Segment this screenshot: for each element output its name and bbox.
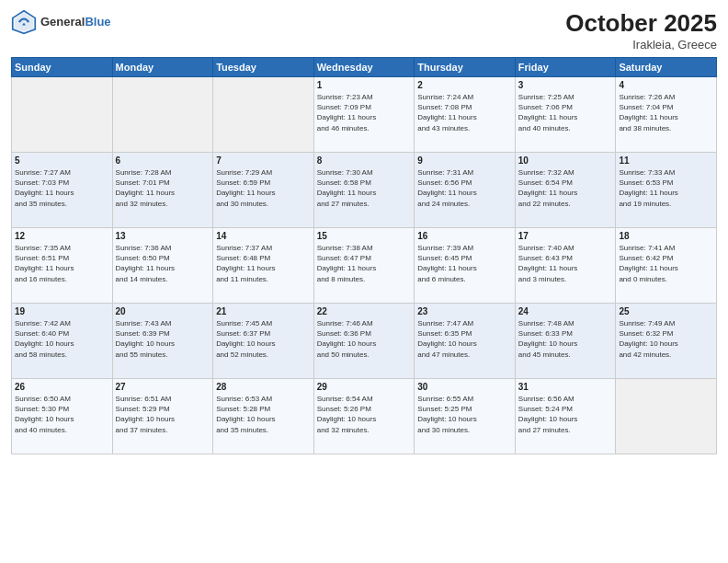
title-block: October 2025 Irakleia, Greece bbox=[565, 9, 717, 52]
calendar-cell: 15Sunrise: 7:38 AM Sunset: 6:47 PM Dayli… bbox=[313, 228, 415, 304]
day-info: Sunrise: 7:48 AM Sunset: 6:33 PM Dayligh… bbox=[518, 318, 613, 360]
calendar-cell: 8Sunrise: 7:30 AM Sunset: 6:58 PM Daylig… bbox=[313, 153, 415, 228]
day-number: 8 bbox=[317, 155, 412, 166]
day-info: Sunrise: 7:40 AM Sunset: 6:43 PM Dayligh… bbox=[518, 243, 613, 284]
calendar-table: Sunday Monday Tuesday Wednesday Thursday… bbox=[11, 57, 717, 454]
day-info: Sunrise: 6:54 AM Sunset: 5:26 PM Dayligh… bbox=[317, 394, 412, 435]
day-info: Sunrise: 6:55 AM Sunset: 5:25 PM Dayligh… bbox=[417, 394, 512, 435]
day-info: Sunrise: 7:26 AM Sunset: 7:04 PM Dayligh… bbox=[619, 92, 713, 133]
calendar-cell: 9Sunrise: 7:31 AM Sunset: 6:56 PM Daylig… bbox=[415, 153, 516, 228]
header-row: Sunday Monday Tuesday Wednesday Thursday… bbox=[12, 58, 717, 77]
day-info: Sunrise: 7:45 AM Sunset: 6:37 PM Dayligh… bbox=[216, 318, 311, 360]
calendar-week-1: 1Sunrise: 7:23 AM Sunset: 7:09 PM Daylig… bbox=[12, 77, 717, 153]
day-number: 1 bbox=[317, 80, 412, 90]
day-info: Sunrise: 7:30 AM Sunset: 6:58 PM Dayligh… bbox=[317, 167, 412, 209]
logo-blue-text: Blue bbox=[85, 15, 110, 29]
calendar-cell: 20Sunrise: 7:43 AM Sunset: 6:39 PM Dayli… bbox=[112, 304, 213, 379]
day-number: 10 bbox=[518, 155, 613, 166]
calendar-cell: 13Sunrise: 7:36 AM Sunset: 6:50 PM Dayli… bbox=[112, 228, 213, 304]
day-info: Sunrise: 7:46 AM Sunset: 6:36 PM Dayligh… bbox=[317, 318, 412, 360]
col-tuesday: Tuesday bbox=[213, 58, 314, 77]
day-number: 5 bbox=[15, 155, 109, 166]
calendar-cell: 26Sunrise: 6:50 AM Sunset: 5:30 PM Dayli… bbox=[12, 379, 113, 454]
day-number: 24 bbox=[518, 306, 613, 316]
day-number: 7 bbox=[216, 155, 311, 166]
col-sunday: Sunday bbox=[12, 58, 113, 77]
day-number: 16 bbox=[417, 231, 512, 241]
calendar-cell: 22Sunrise: 7:46 AM Sunset: 6:36 PM Dayli… bbox=[313, 304, 415, 379]
day-number: 21 bbox=[216, 306, 311, 316]
day-info: Sunrise: 7:43 AM Sunset: 6:39 PM Dayligh… bbox=[116, 318, 210, 360]
calendar-cell: 6Sunrise: 7:28 AM Sunset: 7:01 PM Daylig… bbox=[112, 153, 213, 228]
day-info: Sunrise: 7:37 AM Sunset: 6:48 PM Dayligh… bbox=[216, 243, 311, 284]
calendar-cell bbox=[112, 77, 213, 153]
day-info: Sunrise: 6:56 AM Sunset: 5:24 PM Dayligh… bbox=[518, 394, 613, 435]
day-info: Sunrise: 7:39 AM Sunset: 6:45 PM Dayligh… bbox=[417, 243, 512, 284]
calendar-cell: 23Sunrise: 7:47 AM Sunset: 6:35 PM Dayli… bbox=[415, 304, 516, 379]
day-info: Sunrise: 7:32 AM Sunset: 6:54 PM Dayligh… bbox=[518, 167, 613, 209]
calendar-cell: 11Sunrise: 7:33 AM Sunset: 6:53 PM Dayli… bbox=[616, 153, 717, 228]
day-number: 3 bbox=[518, 80, 613, 90]
calendar-cell: 10Sunrise: 7:32 AM Sunset: 6:54 PM Dayli… bbox=[515, 153, 616, 228]
calendar-cell: 28Sunrise: 6:53 AM Sunset: 5:28 PM Dayli… bbox=[213, 379, 314, 454]
calendar-cell: 2Sunrise: 7:24 AM Sunset: 7:08 PM Daylig… bbox=[415, 77, 516, 153]
calendar-cell bbox=[12, 77, 113, 153]
day-number: 23 bbox=[417, 306, 512, 316]
day-number: 2 bbox=[417, 80, 512, 90]
calendar-cell: 25Sunrise: 7:49 AM Sunset: 6:32 PM Dayli… bbox=[616, 304, 717, 379]
col-friday: Friday bbox=[515, 58, 616, 77]
col-wednesday: Wednesday bbox=[313, 58, 415, 77]
calendar-cell: 14Sunrise: 7:37 AM Sunset: 6:48 PM Dayli… bbox=[213, 228, 314, 304]
day-number: 9 bbox=[417, 155, 512, 166]
day-number: 28 bbox=[216, 382, 311, 392]
day-number: 15 bbox=[317, 231, 412, 241]
day-info: Sunrise: 7:47 AM Sunset: 6:35 PM Dayligh… bbox=[417, 318, 512, 360]
day-number: 27 bbox=[116, 382, 210, 392]
day-number: 31 bbox=[518, 382, 613, 392]
day-info: Sunrise: 7:24 AM Sunset: 7:08 PM Dayligh… bbox=[417, 92, 512, 133]
logo-text: GeneralBlue bbox=[40, 15, 111, 29]
col-thursday: Thursday bbox=[415, 58, 516, 77]
logo-general-text: General bbox=[40, 15, 85, 29]
col-saturday: Saturday bbox=[616, 58, 717, 77]
calendar-cell: 1Sunrise: 7:23 AM Sunset: 7:09 PM Daylig… bbox=[313, 77, 415, 153]
header: GeneralBlue October 2025 Irakleia, Greec… bbox=[11, 9, 717, 52]
day-number: 18 bbox=[619, 231, 713, 241]
day-number: 12 bbox=[15, 231, 109, 241]
day-number: 17 bbox=[518, 231, 613, 241]
calendar-cell: 21Sunrise: 7:45 AM Sunset: 6:37 PM Dayli… bbox=[213, 304, 314, 379]
calendar-cell: 19Sunrise: 7:42 AM Sunset: 6:40 PM Dayli… bbox=[12, 304, 113, 379]
day-number: 30 bbox=[417, 382, 512, 392]
day-info: Sunrise: 7:38 AM Sunset: 6:47 PM Dayligh… bbox=[317, 243, 412, 284]
day-number: 13 bbox=[116, 231, 210, 241]
day-number: 19 bbox=[15, 306, 109, 316]
day-info: Sunrise: 6:51 AM Sunset: 5:29 PM Dayligh… bbox=[116, 394, 210, 435]
day-number: 25 bbox=[619, 306, 713, 316]
calendar-cell: 29Sunrise: 6:54 AM Sunset: 5:26 PM Dayli… bbox=[313, 379, 415, 454]
col-monday: Monday bbox=[112, 58, 213, 77]
day-info: Sunrise: 7:36 AM Sunset: 6:50 PM Dayligh… bbox=[116, 243, 210, 284]
calendar-cell: 31Sunrise: 6:56 AM Sunset: 5:24 PM Dayli… bbox=[515, 379, 616, 454]
day-number: 20 bbox=[116, 306, 210, 316]
day-number: 4 bbox=[619, 80, 713, 90]
day-info: Sunrise: 7:31 AM Sunset: 6:56 PM Dayligh… bbox=[417, 167, 512, 209]
calendar-cell: 12Sunrise: 7:35 AM Sunset: 6:51 PM Dayli… bbox=[12, 228, 113, 304]
day-number: 29 bbox=[317, 382, 412, 392]
calendar-week-3: 12Sunrise: 7:35 AM Sunset: 6:51 PM Dayli… bbox=[12, 228, 717, 304]
calendar-cell: 16Sunrise: 7:39 AM Sunset: 6:45 PM Dayli… bbox=[415, 228, 516, 304]
day-info: Sunrise: 7:49 AM Sunset: 6:32 PM Dayligh… bbox=[619, 318, 713, 360]
calendar-cell bbox=[616, 379, 717, 454]
day-number: 11 bbox=[619, 155, 713, 166]
calendar-week-5: 26Sunrise: 6:50 AM Sunset: 5:30 PM Dayli… bbox=[12, 379, 717, 454]
calendar-cell bbox=[213, 77, 314, 153]
month-title: October 2025 bbox=[565, 9, 717, 38]
day-number: 26 bbox=[15, 382, 109, 392]
day-info: Sunrise: 6:50 AM Sunset: 5:30 PM Dayligh… bbox=[15, 394, 109, 435]
calendar-cell: 3Sunrise: 7:25 AM Sunset: 7:06 PM Daylig… bbox=[515, 77, 616, 153]
day-info: Sunrise: 7:28 AM Sunset: 7:01 PM Dayligh… bbox=[116, 167, 210, 209]
calendar-cell: 7Sunrise: 7:29 AM Sunset: 6:59 PM Daylig… bbox=[213, 153, 314, 228]
day-number: 14 bbox=[216, 231, 311, 241]
calendar-cell: 27Sunrise: 6:51 AM Sunset: 5:29 PM Dayli… bbox=[112, 379, 213, 454]
calendar-cell: 30Sunrise: 6:55 AM Sunset: 5:25 PM Dayli… bbox=[415, 379, 516, 454]
location: Irakleia, Greece bbox=[565, 38, 717, 52]
